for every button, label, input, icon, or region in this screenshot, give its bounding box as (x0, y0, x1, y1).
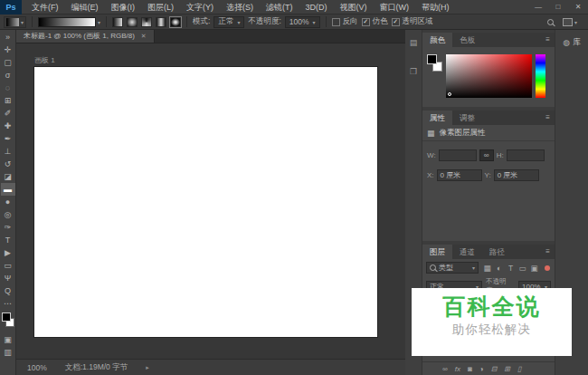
tab-adjustments[interactable]: 调整 (452, 111, 482, 125)
gradient-tool[interactable]: ▬ (1, 183, 15, 196)
angle-gradient-icon[interactable] (141, 17, 152, 27)
panel-menu-icon[interactable]: ≡ (545, 33, 555, 47)
width-field[interactable] (439, 149, 477, 161)
linear-gradient-icon[interactable] (112, 17, 123, 27)
eraser-tool[interactable]: ◪ (1, 170, 15, 183)
filter-shape-layers-icon[interactable]: ▭ (517, 263, 527, 274)
close-tab-icon[interactable]: ✕ (141, 33, 147, 40)
chevron-down-icon: ▾ (98, 19, 100, 25)
dither-checkbox[interactable]: 仿色 (362, 16, 388, 27)
lasso-tool[interactable]: σ (1, 69, 15, 82)
blur-tool[interactable]: ● (1, 196, 15, 208)
libraries-label: 库 (573, 37, 581, 48)
height-field[interactable] (507, 149, 545, 161)
mode-select[interactable]: 正常 ▾ (213, 16, 244, 28)
libraries-collapsed-tab[interactable]: ◍ 库 (555, 37, 588, 48)
options-bar: ▾ ▾ 模式: 正常 ▾ 不透明度: 100% ▾ 反向 仿色 透明区域 ▾ (0, 14, 588, 30)
delete-layer-icon[interactable]: ▯ (517, 365, 521, 373)
x-field[interactable]: 0 厘米 (437, 169, 482, 181)
clone-stamp-tool[interactable]: ⊥ (1, 145, 15, 158)
adjustment-layer-icon[interactable]: ◑ (479, 365, 484, 373)
workspace-switcher[interactable]: ▾ (563, 18, 577, 26)
character-panel-icon[interactable]: ❐ (410, 67, 417, 76)
minimize-icon[interactable]: — (528, 0, 548, 14)
foreground-color-swatch[interactable] (2, 312, 11, 322)
tool-preset-picker[interactable]: ▾ (4, 16, 26, 28)
type-tool[interactable]: T (1, 234, 15, 246)
artboard-label[interactable]: 画板 1 (34, 55, 55, 65)
collapse-tools-icon[interactable]: » (1, 31, 15, 43)
brush-tool[interactable]: ✒ (1, 132, 15, 145)
status-expand-icon[interactable]: ▸ (146, 364, 149, 371)
dodge-tool[interactable]: ◎ (1, 208, 15, 221)
tab-swatches[interactable]: 色板 (452, 33, 482, 47)
link-layers-icon[interactable]: ∞ (442, 365, 448, 373)
diamond-gradient-icon[interactable] (170, 17, 181, 27)
filter-toggle-icon[interactable] (545, 265, 550, 271)
watermark-title: 百科全说 (412, 294, 572, 320)
tab-properties[interactable]: 属性 (422, 111, 452, 125)
transparency-checkbox[interactable]: 透明区域 (392, 16, 433, 27)
menu-item[interactable]: 图层(L) (141, 0, 180, 14)
panel-menu-icon[interactable]: ≡ (545, 245, 555, 259)
menu-item[interactable]: 视图(V) (334, 0, 374, 14)
maximize-icon[interactable]: □ (548, 0, 568, 14)
screen-mode-icon[interactable]: ▥ (1, 346, 15, 359)
eyedropper-tool[interactable]: ✐ (1, 107, 15, 120)
filter-adjustment-layers-icon[interactable]: ◐ (494, 263, 504, 274)
menu-item[interactable]: 选择(S) (220, 0, 260, 14)
history-panel-icon[interactable]: ▤ (410, 38, 418, 47)
healing-brush-tool[interactable]: ✚ (1, 120, 15, 132)
document-tab[interactable]: 未标题-1 @ 100% (画板 1, RGB/8) ✕ (16, 29, 155, 43)
new-group-icon[interactable]: ⊟ (491, 365, 498, 373)
hue-slider[interactable] (536, 54, 545, 98)
tab-paths[interactable]: 路径 (482, 245, 512, 259)
reverse-checkbox[interactable]: 反向 (332, 16, 358, 27)
menu-item[interactable]: 文件(F) (25, 0, 65, 14)
move-tool[interactable]: ✛ (1, 43, 15, 56)
tab-channels[interactable]: 通道 (452, 245, 482, 259)
y-field[interactable]: 0 厘米 (494, 169, 539, 181)
crop-tool[interactable]: ⊞ (1, 94, 15, 107)
quick-mask-icon[interactable]: ▣ (1, 333, 15, 346)
foreground-color-swatch[interactable] (427, 54, 437, 64)
filter-type-layers-icon[interactable]: T (506, 263, 516, 274)
panel-menu-icon[interactable]: ≡ (545, 111, 555, 125)
zoom-level[interactable]: 100% (27, 363, 47, 372)
reflected-gradient-icon[interactable] (156, 17, 166, 27)
tab-layers[interactable]: 图层 (422, 245, 452, 259)
path-select-tool[interactable]: ▶ (1, 246, 15, 259)
close-icon[interactable]: ✕ (568, 0, 588, 14)
saturation-brightness-picker[interactable] (446, 54, 532, 98)
radial-gradient-icon[interactable] (127, 17, 138, 27)
layer-mask-icon[interactable]: ◙ (468, 365, 472, 373)
menu-item[interactable]: 文字(Y) (180, 0, 220, 14)
link-dimensions-icon[interactable]: ∞ (479, 149, 494, 161)
menu-item[interactable]: 窗口(W) (374, 0, 416, 14)
menu-item[interactable]: 编辑(E) (65, 0, 105, 14)
hand-tool[interactable]: Ψ (1, 272, 15, 284)
menu-item[interactable]: 图像(I) (105, 0, 142, 14)
marquee-tool[interactable]: ▢ (1, 56, 15, 69)
menu-item[interactable]: 帮助(H) (415, 0, 456, 14)
zoom-tool[interactable]: Q (1, 284, 15, 297)
menu-item[interactable]: 滤镜(T) (260, 0, 299, 14)
layer-filter-select[interactable]: 类型 ▾ (426, 262, 479, 274)
tab-color[interactable]: 颜色 (422, 33, 452, 47)
quick-select-tool[interactable]: ◌ (1, 82, 15, 94)
opacity-select[interactable]: 100% ▾ (285, 16, 320, 28)
chevron-down-icon: ▾ (237, 19, 240, 25)
edit-toolbar-icon[interactable]: ⋯ (1, 297, 15, 310)
shape-tool[interactable]: ▭ (1, 259, 15, 272)
gradient-preview-picker[interactable]: ▾ (38, 17, 100, 27)
canvas[interactable] (34, 67, 377, 337)
filter-pixel-layers-icon[interactable]: ▦ (482, 263, 492, 274)
filter-smart-objects-icon[interactable]: ▣ (529, 263, 539, 274)
search-icon[interactable] (547, 19, 554, 25)
menu-item[interactable]: 3D(D) (299, 0, 334, 14)
history-brush-tool[interactable]: ↺ (1, 158, 15, 170)
pen-tool[interactable]: ✑ (1, 221, 15, 234)
layer-style-icon[interactable]: fx (455, 365, 460, 373)
checkbox-icon (332, 18, 340, 26)
new-layer-icon[interactable]: ⊞ (504, 365, 510, 373)
